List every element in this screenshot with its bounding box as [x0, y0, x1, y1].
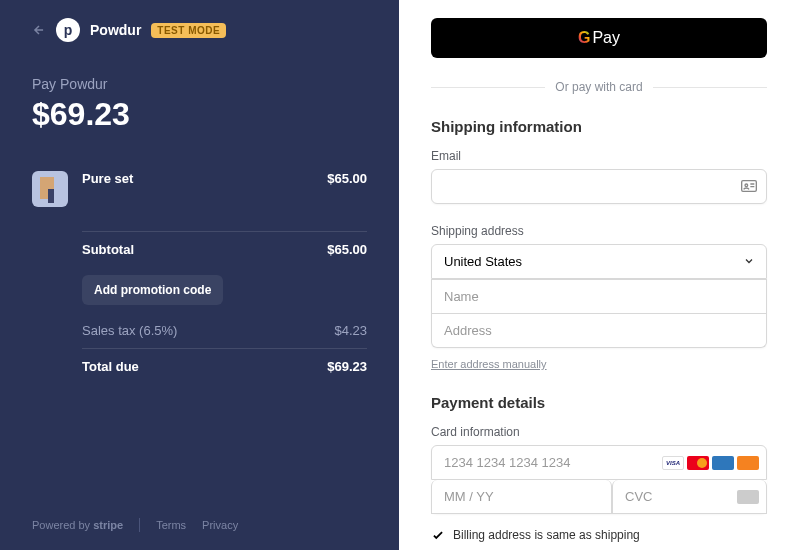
checkmark-icon	[431, 528, 445, 542]
powered-by: Powered by stripe	[32, 519, 123, 531]
header: p Powdur TEST MODE	[32, 18, 367, 42]
expiry-field[interactable]	[431, 480, 612, 514]
mastercard-icon	[687, 456, 709, 470]
email-label: Email	[431, 149, 767, 163]
price-summary: Subtotal $65.00 Add promotion code Sales…	[82, 231, 367, 384]
card-brand-icons: VISA	[662, 456, 759, 470]
tax-label: Sales tax (6.5%)	[82, 323, 177, 338]
merchant-logo: p	[56, 18, 80, 42]
subtotal-value: $65.00	[327, 242, 367, 257]
checkout-form-panel: Pay Or pay with card Shipping informatio…	[399, 0, 799, 550]
total-due-label: Total due	[82, 359, 139, 374]
enter-address-manually-link[interactable]: Enter address manually	[431, 358, 547, 370]
email-field[interactable]	[431, 169, 767, 204]
back-arrow-icon[interactable]	[32, 23, 46, 37]
contact-card-icon	[741, 178, 757, 196]
subtotal-label: Subtotal	[82, 242, 134, 257]
shipping-title: Shipping information	[431, 118, 767, 135]
footer: Powered by stripe Terms Privacy	[32, 518, 367, 532]
shipping-address-label: Shipping address	[431, 224, 767, 238]
product-thumbnail	[32, 171, 68, 207]
total-amount: $69.23	[32, 96, 367, 133]
google-logo-icon	[578, 29, 590, 47]
test-mode-badge: TEST MODE	[151, 23, 226, 38]
total-due-value: $69.23	[327, 359, 367, 374]
same-address-checkbox[interactable]: Billing address is same as shipping	[431, 528, 767, 542]
address-field[interactable]	[431, 314, 767, 348]
name-field[interactable]	[431, 279, 767, 314]
privacy-link[interactable]: Privacy	[202, 519, 238, 531]
product-name: Pure set	[82, 171, 133, 186]
svg-point-1	[745, 184, 748, 187]
payment-title: Payment details	[431, 394, 767, 411]
or-pay-divider: Or pay with card	[431, 80, 767, 94]
merchant-name: Powdur	[90, 22, 141, 38]
line-item: Pure set $65.00	[32, 171, 367, 207]
discover-icon	[737, 456, 759, 470]
card-info-label: Card information	[431, 425, 767, 439]
tax-value: $4.23	[334, 323, 367, 338]
amex-icon	[712, 456, 734, 470]
product-price: $65.00	[327, 171, 367, 186]
order-summary-panel: p Powdur TEST MODE Pay Powdur $69.23 Pur…	[0, 0, 399, 550]
add-promo-button[interactable]: Add promotion code	[82, 275, 223, 305]
footer-divider	[139, 518, 140, 532]
visa-icon: VISA	[662, 456, 684, 470]
pay-label: Pay Powdur	[32, 76, 367, 92]
terms-link[interactable]: Terms	[156, 519, 186, 531]
country-select[interactable]	[431, 244, 767, 279]
google-pay-button[interactable]: Pay	[431, 18, 767, 58]
cvc-card-icon	[737, 490, 759, 504]
